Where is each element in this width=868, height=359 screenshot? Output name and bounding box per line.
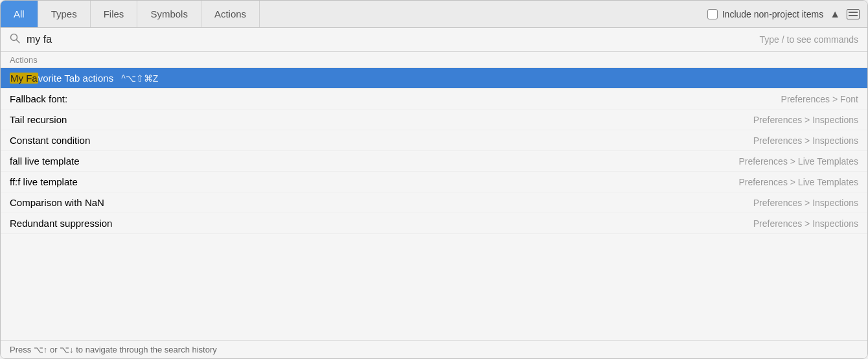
result-item-4[interactable]: Constant condition Preferences > Inspect… — [1, 130, 867, 151]
result-name-4: Constant condition — [10, 135, 753, 146]
filter-icon[interactable]: ▲ — [830, 8, 840, 20]
include-non-project-checkbox[interactable]: Include non-project items — [707, 9, 823, 19]
result-name-1: My Favorite Tab actions ^⌥⇧⌘Z — [10, 73, 858, 84]
tab-bar: All Types Files Symbols Actions Include … — [1, 1, 867, 28]
section-header: Actions — [1, 52, 867, 68]
result-item-8[interactable]: Redundant suppression Preferences > Insp… — [1, 213, 867, 234]
result-item-7[interactable]: Comparison with NaN Preferences > Inspec… — [1, 192, 867, 213]
search-input[interactable] — [27, 34, 753, 45]
search-bar: Type / to see commands — [1, 28, 867, 52]
result-item-6[interactable]: ff:f live template Preferences > Live Te… — [1, 172, 867, 192]
result-name-5: fall live template — [10, 156, 738, 167]
status-bar: Press ⌥↑ or ⌥↓ to navigate through the s… — [1, 340, 867, 358]
layout-icon[interactable] — [847, 9, 860, 19]
result-item-2[interactable]: Fallback font: Preferences > Font — [1, 89, 867, 110]
checkbox-box[interactable] — [707, 9, 718, 19]
result-name-6: ff:f live template — [10, 176, 738, 187]
result-name-2: Fallback font: — [10, 93, 781, 104]
toolbar-right: Include non-project items ▲ — [707, 8, 867, 20]
tab-symbols[interactable]: Symbols — [137, 1, 201, 27]
shortcut-1: ^⌥⇧⌘Z — [121, 73, 158, 84]
tab-actions[interactable]: Actions — [201, 1, 260, 27]
result-path-2: Preferences > Font — [781, 94, 858, 104]
result-path-8: Preferences > Inspections — [753, 218, 858, 229]
svg-line-1 — [17, 40, 20, 43]
tab-files[interactable]: Files — [91, 1, 138, 27]
result-path-5: Preferences > Live Templates — [738, 156, 858, 167]
result-name-8: Redundant suppression — [10, 218, 753, 229]
result-name-7: Comparison with NaN — [10, 197, 753, 208]
result-path-7: Preferences > Inspections — [753, 198, 858, 208]
result-item-5[interactable]: fall live template Preferences > Live Te… — [1, 151, 867, 172]
result-path-3: Preferences > Inspections — [753, 115, 858, 125]
results-list: My Favorite Tab actions ^⌥⇧⌘Z Fallback f… — [1, 68, 867, 234]
layout-line-2 — [849, 15, 858, 16]
search-icon — [10, 33, 20, 46]
layout-line-1 — [849, 12, 858, 13]
result-path-4: Preferences > Inspections — [753, 135, 858, 146]
search-hint: Type / to see commands — [759, 34, 858, 45]
tab-all[interactable]: All — [1, 1, 38, 27]
result-item-3[interactable]: Tail recursion Preferences > Inspections — [1, 110, 867, 130]
tab-types[interactable]: Types — [38, 1, 91, 27]
result-path-6: Preferences > Live Templates — [738, 177, 858, 187]
result-item-1[interactable]: My Favorite Tab actions ^⌥⇧⌘Z — [1, 68, 867, 89]
highlight-1: My Fa — [10, 73, 38, 84]
result-name-3: Tail recursion — [10, 114, 753, 125]
